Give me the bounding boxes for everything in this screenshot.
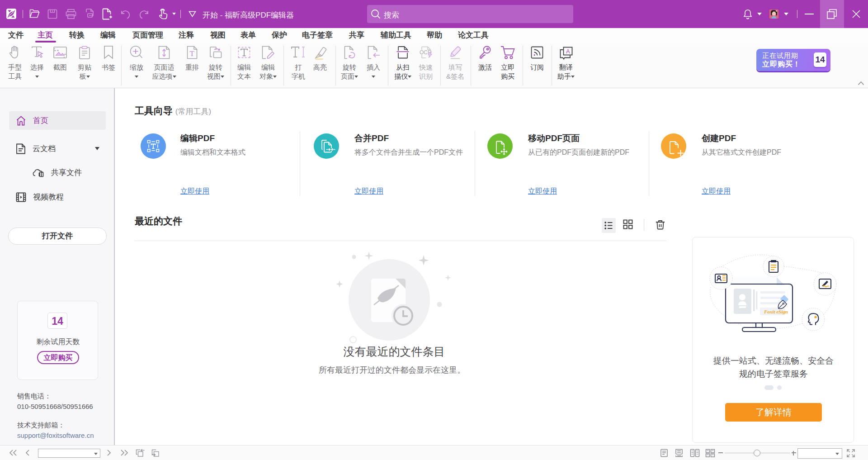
svg-text:A: A bbox=[566, 48, 570, 55]
svg-text:Foxit eSign: Foxit eSign bbox=[764, 309, 788, 314]
svg-text:T: T bbox=[190, 49, 195, 58]
